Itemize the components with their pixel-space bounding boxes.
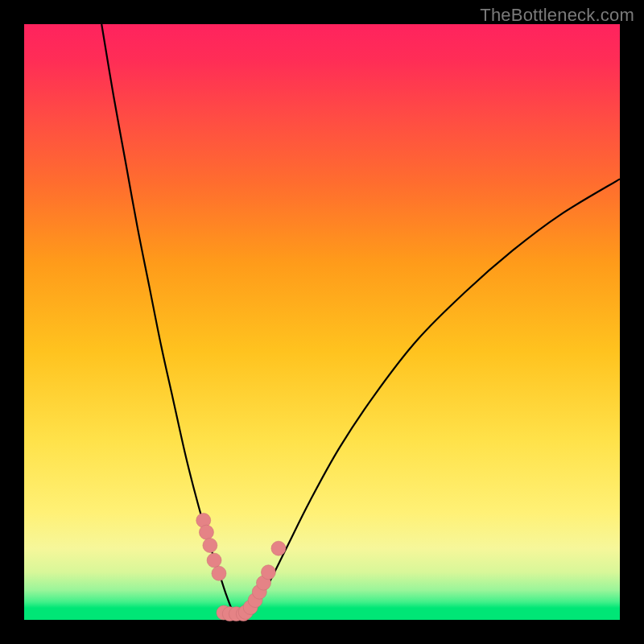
plot-area — [24, 24, 620, 620]
bottleneck-curve-left — [101, 24, 238, 620]
data-dot — [261, 565, 275, 580]
data-dot — [271, 541, 286, 555]
bottleneck-curve-right — [238, 179, 620, 620]
data-dot — [203, 539, 217, 553]
dots-group — [196, 513, 286, 621]
chart-container: TheBottleneck.com — [0, 0, 644, 644]
data-dot — [199, 525, 213, 539]
data-dot — [212, 566, 226, 580]
curve-svg — [24, 24, 620, 620]
data-dot — [207, 553, 221, 568]
curve-group — [101, 24, 620, 620]
watermark-text: TheBottleneck.com — [480, 5, 634, 26]
